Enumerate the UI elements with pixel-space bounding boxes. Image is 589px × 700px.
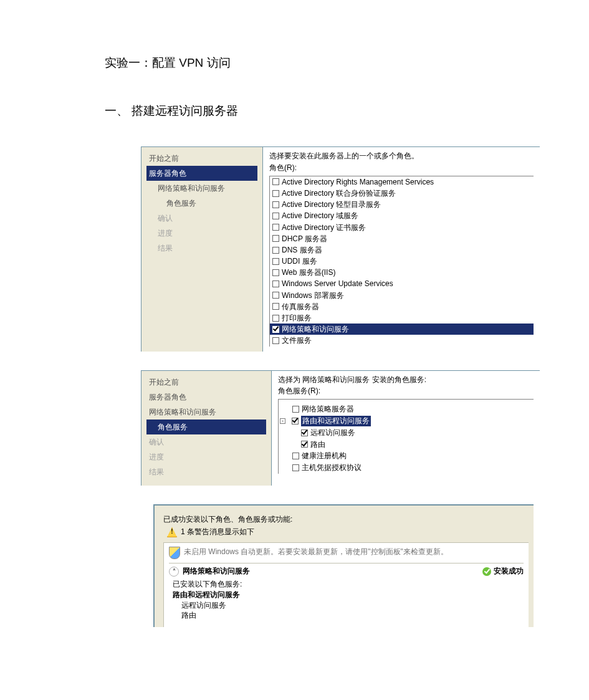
tree-item-hcap[interactable]: 主机凭据授权协议 [279, 462, 534, 474]
checkbox-icon[interactable] [272, 258, 279, 265]
checkbox-icon[interactable] [272, 235, 279, 242]
role-label: 打印服务 [282, 313, 312, 323]
checkbox-icon[interactable] [272, 326, 279, 333]
checkbox-icon[interactable] [272, 303, 279, 310]
tree-item-hra[interactable]: 健康注册机构 [279, 450, 534, 462]
checkbox-icon[interactable] [272, 201, 279, 208]
role-npas[interactable]: 网络策略和访问服务 [270, 324, 534, 335]
role-dhcp[interactable]: DHCP 服务器 [270, 233, 534, 244]
wizard-sidebar: 开始之前 服务器角色 网络策略和访问服务 角色服务 确认 进度 结果 [141, 147, 262, 351]
wizard-results: 已成功安装以下角色、角色服务或功能: 1 条警告消息显示如下 未启用 Windo… [153, 504, 534, 628]
sidebar-item-results[interactable]: 结果 [146, 241, 257, 256]
checkbox-icon[interactable] [272, 213, 279, 219]
checkbox-icon[interactable] [272, 247, 279, 254]
role-dns[interactable]: DNS 服务器 [270, 244, 534, 256]
divider [169, 563, 524, 563]
role-label: 文件服务 [282, 335, 312, 345]
role-services-tree[interactable]: 网络策略服务器 - 路由和远程访问服务 远程访问服务 [278, 399, 534, 474]
checkbox-icon[interactable] [272, 280, 279, 287]
role-wsus[interactable]: Windows Server Update Services [270, 278, 534, 289]
checkbox-icon[interactable] [272, 190, 279, 197]
role-label: UDDI 服务 [282, 256, 317, 266]
chevron-up-icon[interactable]: ˄ [169, 567, 179, 577]
role-iis[interactable]: Web 服务器(IIS) [270, 267, 534, 278]
doc-subtitle: 一、 搭建远程访问服务器 [105, 103, 589, 120]
checkbox-icon[interactable] [292, 406, 299, 413]
role-file[interactable]: 文件服务 [270, 335, 534, 346]
role-label: 网络策略和访问服务 [282, 324, 349, 334]
tree-item-nps[interactable]: 网络策略服务器 [279, 403, 534, 415]
sidebar-item-confirm[interactable]: 确认 [146, 211, 257, 226]
prompt-text: 选择要安装在此服务器上的一个或多个角色。 [269, 151, 534, 161]
tree-item-rras[interactable]: - 路由和远程访问服务 [279, 415, 534, 427]
tree-label: 主机凭据授权协议 [302, 463, 362, 473]
role-label: Active Directory Rights Management Servi… [282, 177, 434, 187]
checkbox-icon[interactable] [301, 429, 308, 436]
checkbox-icon[interactable] [272, 224, 279, 231]
warning-row: 1 条警告消息显示如下 [167, 527, 529, 537]
role-print[interactable]: 打印服务 [270, 312, 534, 324]
tree-label: 健康注册机构 [302, 451, 347, 461]
role-fax[interactable]: 传真服务器 [270, 301, 534, 312]
role-label: DHCP 服务器 [282, 234, 327, 244]
role-ad-fs[interactable]: Active Directory 联合身份验证服务 [270, 188, 534, 199]
tree-item-routing[interactable]: 路由 [279, 439, 534, 451]
wizard-main-panel: 选择要安装在此服务器上的一个或多个角色。 角色(R): Active Direc… [262, 147, 540, 351]
checkbox-icon[interactable] [292, 418, 299, 424]
checkbox-icon[interactable] [272, 337, 279, 344]
installed-services: 已安装以下角色服务: 路由和远程访问服务 远程访问服务 路由 [173, 579, 524, 621]
role-label: Web 服务器(IIS) [282, 267, 335, 277]
tree-label: 远程访问服务 [310, 428, 355, 438]
role-ad-rms[interactable]: Active Directory Rights Management Servi… [270, 176, 534, 188]
result-row: ˄ 网络策略和访问服务 安装成功 [169, 566, 524, 577]
auto-update-notice: 未启用 Windows 自动更新。若要安装最新更新，请使用"控制面板"来检查更新… [169, 547, 524, 559]
installed-service-routing: 路由 [173, 610, 524, 621]
role-uddi[interactable]: UDDI 服务 [270, 256, 534, 267]
status-text: 安装成功 [494, 566, 524, 577]
sidebar-item-results[interactable]: 结果 [146, 464, 266, 479]
checkbox-icon[interactable] [272, 178, 279, 185]
role-label: Windows Server Update Services [282, 279, 393, 289]
role-ad-ds[interactable]: Active Directory 域服务 [270, 210, 534, 221]
sidebar-item-nps[interactable]: 网络策略和访问服务 [146, 405, 266, 420]
role-services-legend: 角色服务(R): [278, 386, 534, 396]
wizard-select-role-services: 开始之前 服务器角色 网络策略和访问服务 角色服务 确认 进度 结果 选择为 网… [141, 370, 540, 486]
sidebar-item-nps[interactable]: 网络策略和访问服务 [146, 181, 257, 196]
tree-label: 路由 [310, 439, 325, 450]
role-ad-lds[interactable]: Active Directory 轻型目录服务 [270, 199, 534, 210]
checkbox-icon[interactable] [292, 464, 299, 471]
sidebar-item-progress[interactable]: 进度 [146, 449, 266, 464]
role-label: Active Directory 联合身份验证服务 [282, 188, 396, 198]
sidebar-item-role-services[interactable]: 角色服务 [146, 196, 257, 211]
tree-item-remote-access[interactable]: 远程访问服务 [279, 427, 534, 439]
role-name: 网络策略和访问服务 [183, 566, 250, 577]
tree-label: 网络策略服务器 [302, 404, 354, 415]
results-header: 已成功安装以下角色、角色服务或功能: [163, 514, 529, 525]
checkbox-icon[interactable] [272, 269, 279, 276]
installed-header: 已安装以下角色服务: [173, 579, 524, 590]
wizard-sidebar: 开始之前 服务器角色 网络策略和访问服务 角色服务 确认 进度 结果 [141, 371, 271, 486]
checkbox-icon[interactable] [272, 292, 279, 299]
roles-listbox[interactable]: Active Directory Rights Management Servi… [269, 176, 534, 347]
checkbox-icon[interactable] [301, 441, 308, 448]
tree-label: 路由和远程访问服务 [301, 416, 371, 426]
shield-icon [169, 547, 180, 559]
success-icon [482, 567, 491, 576]
roles-legend: 角色(R): [269, 163, 534, 173]
sidebar-item-role-services[interactable]: 角色服务 [146, 420, 266, 434]
wizard-main-panel: 选择为 网络策略和访问服务 安装的角色服务: 角色服务(R): 网络策略服务器 … [271, 371, 540, 486]
sidebar-item-before-you-begin[interactable]: 开始之前 [146, 375, 266, 390]
sidebar-item-progress[interactable]: 进度 [146, 226, 257, 241]
role-ad-cs[interactable]: Active Directory 证书服务 [270, 222, 534, 233]
role-label: Active Directory 轻型目录服务 [282, 199, 381, 209]
checkbox-icon[interactable] [272, 315, 279, 322]
results-box: 未启用 Windows 自动更新。若要安装最新更新，请使用"控制面板"来检查更新… [163, 542, 529, 627]
role-wds[interactable]: Windows 部署服务 [270, 290, 534, 301]
sidebar-item-server-roles[interactable]: 服务器角色 [146, 166, 257, 181]
sidebar-item-server-roles[interactable]: 服务器角色 [146, 390, 266, 405]
checkbox-icon[interactable] [292, 453, 299, 459]
sidebar-item-confirm[interactable]: 确认 [146, 434, 266, 449]
collapse-icon[interactable]: - [280, 418, 285, 424]
role-label: DNS 服务器 [282, 245, 322, 255]
sidebar-item-before-you-begin[interactable]: 开始之前 [146, 151, 257, 166]
